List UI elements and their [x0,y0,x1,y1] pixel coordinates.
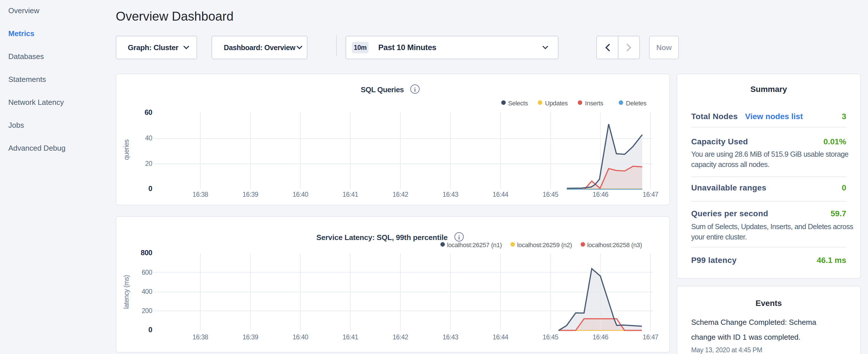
svg-text:16:43: 16:43 [443,333,459,341]
svg-text:i: i [458,234,460,241]
svg-text:localhost:26257 (n1): localhost:26257 (n1) [447,242,502,249]
svg-text:16:41: 16:41 [342,191,358,198]
svg-text:i: i [414,86,416,93]
svg-text:16:44: 16:44 [493,191,508,198]
svg-text:Service Latency: SQL, 99th per: Service Latency: SQL, 99th percentile [316,233,447,242]
svg-text:16:39: 16:39 [242,191,258,198]
svg-text:latency (ms): latency (ms) [123,275,130,309]
svg-text:16:47: 16:47 [643,191,658,198]
svg-text:16:46: 16:46 [593,333,608,341]
svg-text:60: 60 [145,108,152,116]
svg-text:16:43: 16:43 [443,191,459,198]
svg-text:queries: queries [123,139,130,160]
svg-text:16:45: 16:45 [543,333,559,341]
svg-text:20: 20 [145,160,152,167]
svg-text:400: 400 [142,288,152,295]
svg-text:16:45: 16:45 [543,191,559,198]
svg-text:16:42: 16:42 [393,191,408,198]
svg-text:Selects: Selects [508,100,528,107]
svg-text:0: 0 [149,185,152,192]
svg-text:localhost:26259 (n2): localhost:26259 (n2) [517,242,572,249]
svg-text:16:38: 16:38 [192,333,208,341]
svg-text:600: 600 [142,269,152,276]
svg-text:16:47: 16:47 [643,333,658,341]
svg-text:16:39: 16:39 [242,333,258,341]
svg-text:200: 200 [142,307,152,315]
svg-text:16:41: 16:41 [342,333,358,341]
svg-text:16:46: 16:46 [593,191,608,198]
svg-text:16:40: 16:40 [292,333,308,341]
svg-text:Updates: Updates [545,100,568,107]
svg-text:16:38: 16:38 [192,191,208,198]
svg-text:SQL Queries: SQL Queries [361,85,404,94]
svg-text:40: 40 [145,134,152,142]
svg-text:Deletes: Deletes [626,100,647,107]
svg-text:0: 0 [149,326,152,334]
svg-text:16:40: 16:40 [292,191,308,198]
svg-text:localhost:26258 (n3): localhost:26258 (n3) [587,242,642,249]
svg-text:800: 800 [141,249,152,257]
svg-text:16:44: 16:44 [493,333,508,341]
svg-text:Inserts: Inserts [585,100,603,107]
svg-text:16:42: 16:42 [393,333,408,341]
